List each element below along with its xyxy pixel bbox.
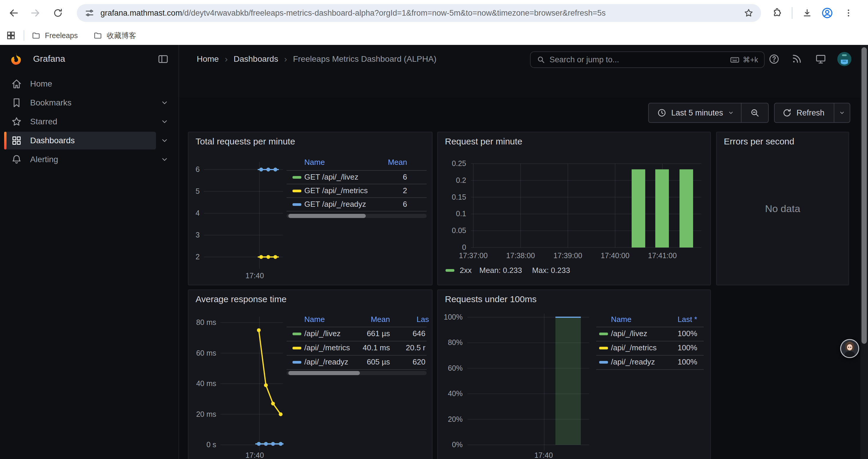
dock-panel-icon[interactable] [157,53,169,65]
home-icon [11,78,23,90]
legend-last[interactable]: 100% [678,357,698,366]
grafana-brand[interactable]: Grafana [33,54,65,64]
clock-icon [657,108,666,118]
svg-text:17:40:00: 17:40:00 [601,251,629,260]
sidebar-item-alerting[interactable]: Alerting [0,150,179,169]
legend-mean[interactable]: 40.1 ms [363,343,390,352]
legend-last[interactable]: 100% [678,329,698,338]
sidebar-item-dashboards[interactable]: Dashboards [0,131,179,150]
bookmark-star-icon[interactable] [743,8,754,18]
dashboard-subnav: Export Share [179,73,868,98]
sidebar-item-home[interactable]: Home [0,74,179,93]
extensions-icon[interactable] [769,5,785,21]
legend-name[interactable]: /api/_/metrics [304,343,350,352]
legend-name[interactable]: /api/_/metrics [611,343,657,352]
breadcrumb-item[interactable]: Dashboards [234,54,278,64]
legend-name[interactable]: GET /api/_/metrics [304,186,368,195]
legend-last[interactable]: 620 [413,357,426,366]
legend-name[interactable]: /api/_/readyz [304,357,348,366]
user-avatar-image[interactable] [837,52,851,66]
chevron-down-icon[interactable] [161,137,168,144]
chevron-down-icon[interactable] [161,118,168,126]
legend-mean[interactable]: 605 µs [367,357,390,366]
legend-mean[interactable]: 6 [403,200,407,209]
search-icon [536,55,546,64]
search-placeholder: Search or jump to... [550,55,730,64]
page-scrollbar-thumb[interactable] [862,47,867,344]
svg-text:0.2: 0.2 [456,176,466,184]
back-icon[interactable] [5,5,22,21]
monitor-icon[interactable] [815,53,827,65]
legend-header[interactable]: Mean [371,315,390,324]
sidebar-item-bookmarks[interactable]: Bookmarks [0,93,179,112]
svg-text:20 ms: 20 ms [196,410,216,418]
legend-divider [286,327,427,327]
legend-name[interactable]: GET /api/_/livez [304,172,359,182]
bookmark-folder[interactable]: 收藏博客 [93,31,136,40]
zoom-out-icon[interactable] [742,108,768,118]
svg-text:17:39:00: 17:39:00 [553,251,582,260]
legend-last[interactable]: 100% [678,343,698,352]
refresh-interval-dropdown[interactable] [834,110,850,116]
toolbar-divider [792,7,793,19]
legend-swatch [292,203,301,206]
legend-name[interactable]: /api/_/livez [304,329,341,338]
chart-plot[interactable]: 6543217:40 [188,132,433,285]
legend-header[interactable]: Last * [678,315,698,324]
sidebar-item-starred[interactable]: Starred [0,112,179,131]
legend-series-name[interactable]: 2xx [460,266,471,275]
apps-grid-icon[interactable] [6,30,16,40]
chart-plot[interactable]: 0.250.20.150.10.05017:37:0017:38:0017:39… [438,132,711,285]
legend-header[interactable]: Name [304,315,325,324]
site-settings-icon[interactable] [85,8,95,18]
reload-icon[interactable] [50,5,66,21]
legend-name[interactable]: GET /api/_/readyz [304,200,366,209]
legend-mean[interactable]: 6 [403,172,407,182]
chevron-down-icon[interactable] [161,99,168,107]
legend-swatch [292,333,301,335]
profile-icon[interactable] [819,5,836,21]
legend-header[interactable]: Mean [388,158,407,167]
legend-scrollbar-thumb[interactable] [288,214,366,218]
chart-plot[interactable]: 100%80%60%40%20%0%17:40 [438,290,711,459]
legend-header[interactable]: Name [304,158,325,167]
breadcrumb-item[interactable]: Home [197,54,219,64]
legend-header[interactable]: Las [416,315,429,324]
bookmarks-bar: Freeleaps收藏博客 [0,26,868,45]
legend-last[interactable]: 646 [413,329,426,338]
svg-text:0: 0 [462,243,466,251]
download-icon[interactable] [799,5,815,21]
legend-name[interactable]: /api/_/livez [611,329,647,338]
legend-scrollbar-thumb[interactable] [288,371,360,375]
legend-bottom[interactable]: 2xxMean: 0.233Max: 0.233 [445,266,570,275]
bookmark-folder[interactable]: Freeleaps [31,31,78,40]
time-range-picker[interactable]: Last 5 minutes [649,108,741,118]
sidebar-nav: HomeBookmarksStarredDashboardsAlerting [0,73,179,459]
bookmark-label: 收藏博客 [107,31,136,40]
assistant-avatar[interactable] [840,338,860,359]
legend-header[interactable]: Name [611,315,631,324]
legend-mean[interactable]: 2 [403,186,407,195]
forward-icon[interactable] [27,5,44,21]
grafana-logo-icon[interactable] [9,53,23,66]
legend-divider [596,369,704,370]
legend-name[interactable]: /api/_/readyz [611,357,655,366]
url-bar[interactable]: grafana.mathmast.com/d/deytv4rwavabkb/fr… [77,4,761,22]
svg-text:0.1: 0.1 [456,209,466,218]
svg-text:40%: 40% [448,389,463,398]
breadcrumb: Home›Dashboards›Freeleaps Metrics Dashbo… [197,45,442,73]
refresh-button[interactable]: Refresh [775,108,834,118]
panel-request-per-minute: Request per minute 0.250.20.150.10.05017… [437,132,711,285]
refresh-icon [782,108,792,118]
search-shortcut: ⌘+k [730,55,758,65]
legend-mean[interactable]: 661 µs [367,329,390,338]
help-icon[interactable] [768,53,780,65]
sidebar-item-label: Home [30,79,52,89]
rss-icon[interactable] [791,53,803,65]
search-input[interactable]: Search or jump to... ⌘+k [530,52,765,68]
no-data-message: No data [717,132,848,285]
chevron-down-icon[interactable] [161,156,168,163]
legend-last[interactable]: 20.5 r [406,343,426,352]
page-scrollbar[interactable] [860,45,868,459]
menu-kebab-icon[interactable] [840,5,857,21]
